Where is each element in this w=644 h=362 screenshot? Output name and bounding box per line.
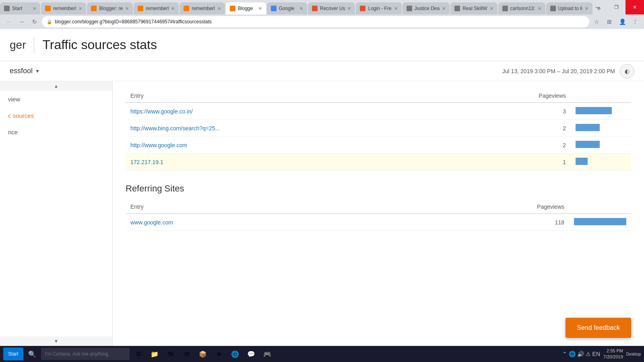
- tab-justicedea[interactable]: Justice Dea✕: [402, 2, 450, 14]
- referring-urls-section: Entry Pageviews https://www.google.co.in…: [126, 89, 631, 171]
- maximize-button[interactable]: ❐: [607, 0, 625, 14]
- tab-blogge[interactable]: Blogge✕: [226, 2, 266, 14]
- col-pageviews: Pageviews: [386, 200, 569, 214]
- close-button[interactable]: ✕: [625, 0, 644, 14]
- address-bar: ← → ↻ 🔒 blogger.com/blogger.g?blogID=886…: [0, 14, 644, 29]
- tab-justicedea-label: Justice Dea: [415, 6, 440, 11]
- entry-cell: https://www.google.co.in/: [126, 103, 450, 120]
- file-explorer-icon[interactable]: 📁: [147, 348, 162, 360]
- tripcase-icon[interactable]: ✈: [212, 348, 226, 360]
- table-row: https://www.google.co.in/3: [126, 103, 631, 120]
- send-feedback-button[interactable]: Send feedback: [566, 318, 631, 338]
- amazon-icon[interactable]: 📦: [196, 348, 210, 360]
- tab-justicedea-close[interactable]: ✕: [442, 6, 446, 11]
- pageviews-cell: 3: [450, 103, 571, 120]
- table-row: http://www.bing.com/search?q=25...2: [126, 120, 631, 137]
- tab-start-label: Start: [12, 6, 30, 11]
- entry-link[interactable]: https://www.google.co.in/: [130, 108, 193, 115]
- tab-recoverus-close[interactable]: ✕: [347, 6, 351, 11]
- tab-start-close[interactable]: ✕: [33, 6, 36, 11]
- app1-icon[interactable]: 🌐: [228, 348, 242, 360]
- tab-rememberlf-favicon: [184, 6, 189, 11]
- tab-uploadtoli[interactable]: Upload to li✕: [546, 2, 592, 14]
- back-button[interactable]: ←: [3, 16, 14, 27]
- blog-selector[interactable]: essfool ▼: [10, 67, 40, 75]
- warning-icon[interactable]: ⚠: [586, 351, 591, 357]
- volume-icon[interactable]: 🔊: [577, 351, 584, 357]
- reload-button[interactable]: ↻: [29, 16, 40, 27]
- bar-chart-bar: [576, 141, 600, 148]
- bar-chart-bar: [576, 124, 600, 131]
- tab-rememberl2[interactable]: rememberl✕: [134, 2, 179, 14]
- sidebar: ▲ view c sources nce ▼: [0, 81, 113, 346]
- page-header: ger Traffic sources stats: [0, 29, 644, 61]
- minimize-button[interactable]: —: [588, 0, 607, 14]
- sidebar-item-traffic-sources[interactable]: c sources: [0, 107, 112, 124]
- tab-login-fre-close[interactable]: ✕: [394, 6, 398, 11]
- forward-button[interactable]: →: [16, 16, 27, 27]
- tab-carlsonn13-close[interactable]: ✕: [538, 6, 541, 11]
- scroll-up-button[interactable]: ▲: [0, 81, 112, 91]
- task-view-icon[interactable]: ⧉: [131, 348, 146, 360]
- store-icon[interactable]: 🛍: [163, 348, 178, 360]
- tab-login-fre[interactable]: Login - Fre✕: [356, 2, 401, 14]
- time-display: 2:55 PM: [603, 348, 623, 354]
- tab-realskilw[interactable]: Real SkillW✕: [450, 2, 497, 14]
- entry-link[interactable]: http://www.bing.com/search?q=25...: [130, 125, 220, 132]
- table-row: 172.217.19.11: [126, 154, 631, 171]
- app2-icon[interactable]: 💬: [244, 348, 258, 360]
- sidebar-item-audience[interactable]: nce: [0, 124, 112, 140]
- tab-blogge-close[interactable]: ✕: [258, 6, 262, 11]
- mail-icon[interactable]: ✉: [180, 348, 194, 360]
- table-header-row: Entry Pageviews: [126, 89, 631, 103]
- header-divider: [34, 37, 34, 53]
- scroll-down-button[interactable]: ▼: [0, 336, 112, 346]
- sidebar-item-label: c sources: [8, 112, 34, 119]
- tab-rememberlf-close[interactable]: ✕: [217, 6, 221, 11]
- desktop-show-icon[interactable]: Desktop: [626, 348, 641, 360]
- tab-blogger-re-favicon: [91, 6, 97, 11]
- tab-view-icon[interactable]: ⊞: [604, 16, 615, 27]
- tab-uploadtoli-close[interactable]: ✕: [585, 6, 588, 11]
- sidebar-item-label: nce: [8, 129, 18, 136]
- col-entry: Entry: [126, 89, 450, 103]
- keyboard-icon: EN: [592, 351, 600, 357]
- settings-icon[interactable]: ⋮: [630, 16, 641, 27]
- entry-link[interactable]: www.google.com: [130, 219, 173, 226]
- tab-start[interactable]: Start✕: [0, 2, 40, 14]
- entry-link[interactable]: http://www.google.com: [130, 142, 187, 148]
- tab-login-fre-label: Login - Fre: [368, 6, 391, 11]
- tab-recoverus[interactable]: Recover Us✕: [308, 2, 355, 14]
- graph-toggle-button[interactable]: ◐: [620, 64, 634, 78]
- table-row: http://www.google.com2: [126, 137, 631, 154]
- tab-rememberlf[interactable]: rememberl✕: [180, 2, 225, 14]
- tab-rememberl1-close[interactable]: ✕: [78, 6, 82, 11]
- bar-cell: [571, 120, 631, 137]
- chevron-up-icon[interactable]: ⌃: [562, 351, 567, 357]
- tab-rememberl1[interactable]: rememberl✕: [41, 2, 86, 14]
- taskbar-time[interactable]: 2:55 PM 7/20/2019: [603, 348, 623, 360]
- cortana-icon[interactable]: 🔍: [25, 348, 39, 360]
- tab-google[interactable]: Google✕: [267, 2, 307, 14]
- pageviews-cell: 2: [450, 137, 571, 154]
- taskbar-search-input[interactable]: [41, 348, 130, 360]
- col-pageviews: Pageviews: [450, 89, 571, 103]
- tab-blogger-re[interactable]: Blogger: re✕: [87, 2, 133, 14]
- window-controls: — ❐ ✕: [588, 0, 644, 14]
- user-icon[interactable]: 👤: [617, 16, 628, 27]
- tab-realskilw-close[interactable]: ✕: [490, 6, 493, 11]
- bookmark-icon[interactable]: ☆: [591, 16, 602, 27]
- network-icon[interactable]: 🌐: [569, 351, 576, 357]
- tab-rememberl2-close[interactable]: ✕: [171, 6, 175, 11]
- referring-urls-table: Entry Pageviews https://www.google.co.in…: [126, 89, 631, 171]
- tab-uploadtoli-favicon: [550, 6, 556, 11]
- sidebar-item-view[interactable]: view: [0, 91, 112, 107]
- tab-google-close[interactable]: ✕: [299, 6, 303, 11]
- start-button[interactable]: Start: [3, 348, 23, 360]
- entry-link[interactable]: 172.217.19.1: [130, 159, 163, 165]
- tab-blogger-re-close[interactable]: ✕: [125, 6, 129, 11]
- steam-icon[interactable]: 🎮: [260, 348, 275, 360]
- url-bar[interactable]: 🔒 blogger.com/blogger.g?blogID=886885796…: [42, 16, 589, 27]
- tab-carlsonn13[interactable]: carlsonn13:✕: [498, 2, 545, 14]
- tab-login-fre-favicon: [360, 6, 365, 11]
